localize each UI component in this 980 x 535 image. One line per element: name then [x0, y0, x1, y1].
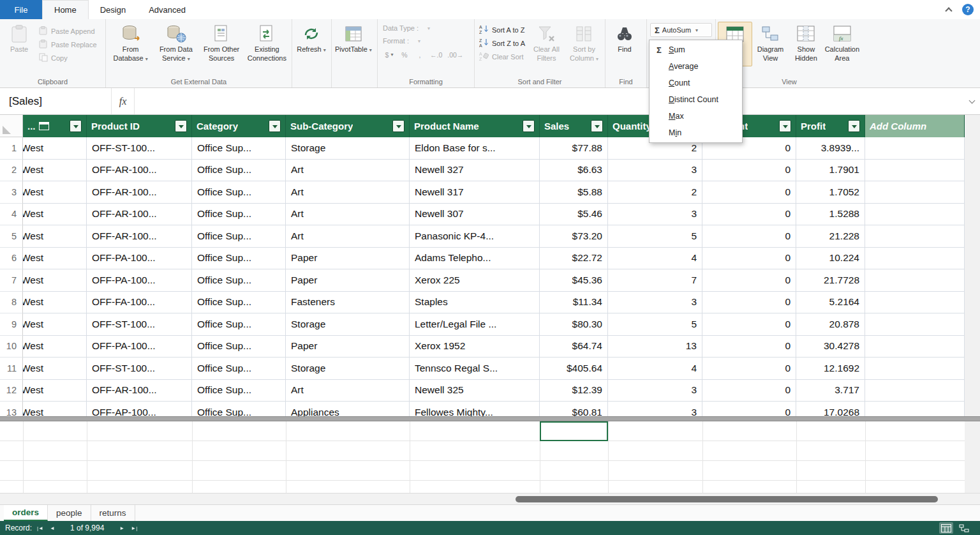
cell-sales[interactable]: $5.88: [540, 181, 608, 204]
cell-region[interactable]: West: [23, 160, 87, 182]
cell-product-id[interactable]: OFF-ST-100...: [87, 313, 192, 336]
cell-add-column[interactable]: [865, 402, 965, 416]
tab-advanced[interactable]: Advanced: [137, 0, 197, 19]
cell-profit[interactable]: 5.2164: [796, 292, 865, 314]
calculation-area-grid[interactable]: [0, 421, 980, 493]
cell-discount[interactable]: 0: [702, 358, 796, 380]
from-other-sources-button[interactable]: From Other Sources: [199, 22, 244, 65]
increase-decimal-button[interactable]: .00→: [445, 49, 465, 61]
find-button[interactable]: Find: [607, 22, 642, 56]
menu-item-distinct-count[interactable]: Distinct Count: [650, 91, 742, 108]
cell-add-column[interactable]: [865, 380, 965, 402]
fx-button[interactable]: fx: [112, 88, 135, 114]
tab-file[interactable]: File: [0, 0, 42, 19]
cell-region[interactable]: West: [23, 269, 87, 292]
cell-sub-category[interactable]: Paper: [286, 248, 410, 270]
cell-profit[interactable]: 21.7728: [796, 269, 865, 292]
paste-append-button[interactable]: Paste Append: [36, 24, 100, 38]
cell-sub-category[interactable]: Appliances: [286, 402, 410, 416]
cell-product-id[interactable]: OFF-AR-100...: [87, 225, 192, 248]
cell-discount[interactable]: 0: [702, 160, 796, 182]
diagram-view-status-icon[interactable]: [957, 522, 971, 534]
cell-add-column[interactable]: [865, 336, 965, 358]
cell-quantity[interactable]: 2: [608, 181, 702, 204]
cell-sub-category[interactable]: Art: [286, 204, 410, 226]
cell-region[interactable]: West: [23, 181, 87, 204]
cell-profit[interactable]: 1.7901: [796, 160, 865, 182]
cell-product-name[interactable]: Newell 327: [410, 160, 540, 182]
row-number[interactable]: 4: [0, 204, 23, 226]
cell-quantity[interactable]: 3: [608, 402, 702, 416]
cell-category[interactable]: Office Sup...: [192, 204, 286, 226]
cell-product-name[interactable]: Tennsco Regal S...: [410, 358, 540, 380]
cell-region[interactable]: West: [23, 313, 87, 336]
cell-quantity[interactable]: 4: [608, 358, 702, 380]
cell-category[interactable]: Office Sup...: [192, 137, 286, 160]
cell-profit[interactable]: 3.717: [796, 380, 865, 402]
cell-region[interactable]: West: [23, 336, 87, 358]
formula-expand-button[interactable]: [963, 88, 980, 114]
cell-profit[interactable]: 1.5288: [796, 204, 865, 226]
record-first-button[interactable]: |◄: [36, 525, 45, 531]
currency-format-button[interactable]: $: [382, 49, 396, 61]
column-header-product-name[interactable]: Product Name: [410, 115, 540, 137]
filter-dropdown-button[interactable]: [523, 120, 535, 132]
row-number[interactable]: 10: [0, 336, 23, 358]
cell-category[interactable]: Office Sup...: [192, 358, 286, 380]
cell-category[interactable]: Office Sup...: [192, 336, 286, 358]
cell-category[interactable]: Office Sup...: [192, 225, 286, 248]
cell-region[interactable]: West: [23, 137, 87, 160]
cell-quantity[interactable]: 3: [608, 292, 702, 314]
cell-sub-category[interactable]: Paper: [286, 269, 410, 292]
cell-add-column[interactable]: [865, 181, 965, 204]
cell-sub-category[interactable]: Storage: [286, 137, 410, 160]
cell-product-id[interactable]: OFF-AR-100...: [87, 380, 192, 402]
cell-quantity[interactable]: 13: [608, 336, 702, 358]
cell-category[interactable]: Office Sup...: [192, 313, 286, 336]
decrease-decimal-button[interactable]: ←.0: [428, 49, 444, 61]
clear-sort-button[interactable]: AZ Clear Sort: [477, 50, 528, 63]
record-previous-button[interactable]: ◄: [48, 525, 56, 531]
cell-product-id[interactable]: OFF-PA-100...: [87, 336, 192, 358]
data-view-status-icon[interactable]: [939, 522, 953, 534]
row-number[interactable]: 8: [0, 292, 23, 314]
cell-discount[interactable]: 0: [702, 380, 796, 402]
cell-sub-category[interactable]: Fasteners: [286, 292, 410, 314]
cell-sales[interactable]: $12.39: [540, 380, 608, 402]
cell-region[interactable]: West: [23, 204, 87, 226]
filter-dropdown-button[interactable]: [269, 120, 281, 132]
cell-sub-category[interactable]: Paper: [286, 336, 410, 358]
cell-sales[interactable]: $11.34: [540, 292, 608, 314]
menu-item-count[interactable]: Count: [650, 75, 742, 91]
cell-product-name[interactable]: Newell 307: [410, 204, 540, 226]
pivottable-button[interactable]: PivotTable: [334, 22, 373, 56]
cell-product-name[interactable]: Eldon Base for s...: [410, 137, 540, 160]
cell-quantity[interactable]: 5: [608, 225, 702, 248]
percent-format-button[interactable]: %: [397, 49, 412, 61]
cell-profit[interactable]: 10.224: [796, 248, 865, 270]
cell-category[interactable]: Office Sup...: [192, 248, 286, 270]
cell-profit[interactable]: 1.7052: [796, 181, 865, 204]
cell-category[interactable]: Office Sup...: [192, 181, 286, 204]
row-number[interactable]: 9: [0, 313, 23, 336]
cell-product-name[interactable]: Staples: [410, 292, 540, 314]
cell-product-name[interactable]: Xerox 1952: [410, 336, 540, 358]
cell-add-column[interactable]: [865, 269, 965, 292]
menu-item-sum[interactable]: ΣSum: [650, 41, 742, 58]
cell-profit[interactable]: 12.1692: [796, 358, 865, 380]
cell-sub-category[interactable]: Art: [286, 380, 410, 402]
cell-discount[interactable]: 0: [702, 292, 796, 314]
sheet-tab-people[interactable]: people: [48, 505, 91, 521]
row-number[interactable]: 2: [0, 160, 23, 182]
cell-sales[interactable]: $45.36: [540, 269, 608, 292]
name-box[interactable]: [Sales]: [0, 88, 112, 114]
record-next-button[interactable]: ►: [118, 525, 126, 531]
cell-product-id[interactable]: OFF-AR-100...: [87, 204, 192, 226]
column-header-sub-category[interactable]: Sub-Category: [286, 115, 410, 137]
calculation-area-button[interactable]: fx Calculation Area: [824, 22, 861, 65]
row-number[interactable]: 13: [0, 402, 23, 416]
help-icon[interactable]: ?: [962, 4, 974, 15]
cell-category[interactable]: Office Sup...: [192, 380, 286, 402]
collapse-ribbon-icon[interactable]: [942, 3, 956, 17]
refresh-button[interactable]: Refresh: [294, 22, 329, 56]
